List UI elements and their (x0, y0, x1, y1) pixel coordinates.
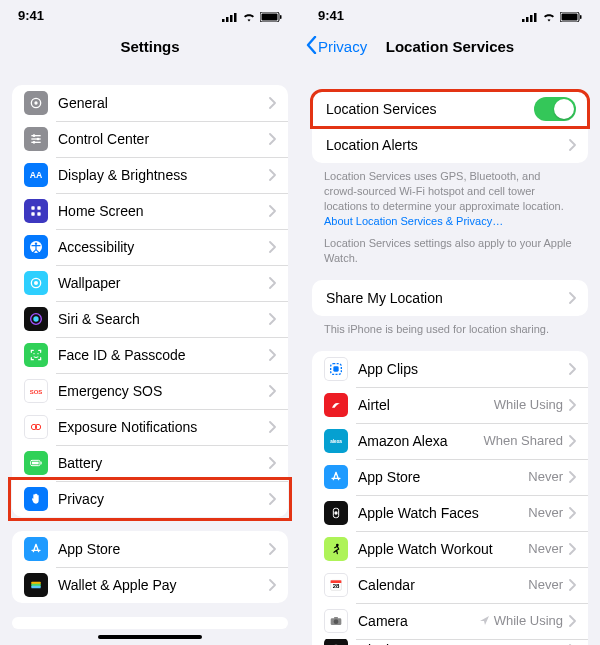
chevron-right-icon (269, 277, 276, 289)
location-services-toggle-row[interactable]: Location Services (312, 91, 588, 127)
app-row-calendar[interactable]: 28 Calendar Never (312, 567, 588, 603)
settings-row-home-screen[interactable]: Home Screen (12, 193, 288, 229)
row-label: App Store (358, 469, 528, 485)
app-row-apple-watch-faces[interactable]: Apple Watch Faces Never (312, 495, 588, 531)
app-row-apple-watch-workout[interactable]: Apple Watch Workout Never (312, 531, 588, 567)
svg-text:AA: AA (30, 170, 43, 180)
svg-rect-45 (333, 366, 338, 371)
svg-point-12 (33, 134, 36, 137)
svg-text:alexa: alexa (330, 439, 342, 444)
camera-icon (324, 609, 348, 633)
svg-rect-40 (534, 13, 537, 22)
svg-point-13 (37, 138, 40, 141)
row-label: Siri & Search (58, 311, 269, 327)
settings-group-partial (12, 617, 288, 629)
row-label: Battery (58, 455, 269, 471)
chevron-right-icon (569, 399, 576, 411)
battery-icon (560, 8, 582, 23)
chevron-right-icon (269, 493, 276, 505)
status-right (522, 8, 582, 23)
status-time: 9:41 (318, 8, 344, 23)
settings-row-emergency-sos[interactable]: SOS Emergency SOS (12, 373, 288, 409)
airtel-icon (324, 393, 348, 417)
settings-row-siri-search[interactable]: Siri & Search (12, 301, 288, 337)
svg-rect-37 (522, 19, 525, 22)
svg-rect-32 (32, 462, 39, 465)
display-icon: AA (24, 163, 48, 187)
settings-row-wallet-apple-pay[interactable]: Wallet & Apple Pay (12, 567, 288, 603)
location-services-toggle[interactable] (534, 97, 576, 121)
settings-row-exposure-notifications[interactable]: Exposure Notifications (12, 409, 288, 445)
location-content[interactable]: Location Services Location Alerts Locati… (300, 67, 600, 645)
settings-row-control-center[interactable]: Control Center (12, 121, 288, 157)
settings-row-privacy[interactable]: Privacy (12, 481, 288, 517)
svg-point-14 (33, 141, 36, 144)
location-alerts-group: Location Alerts (312, 127, 588, 163)
row-value: Never (528, 577, 563, 592)
row-label: Wallet & Apple Pay (58, 577, 269, 593)
app-row-amazon-alexa[interactable]: alexa Amazon Alexa When Shared (312, 423, 588, 459)
app-row-airtel[interactable]: Airtel While Using (312, 387, 588, 423)
row-label: Privacy (58, 491, 269, 507)
svg-point-54 (334, 619, 339, 624)
status-time: 9:41 (18, 8, 44, 23)
chevron-right-icon (569, 363, 576, 375)
settings-screen: 9:41 Settings General Control Center AA (0, 0, 300, 645)
status-bar: 9:41 (0, 0, 300, 27)
faceid-icon (24, 343, 48, 367)
chevron-right-icon (569, 615, 576, 627)
chevron-right-icon (269, 385, 276, 397)
share-note: This iPhone is being used for location s… (324, 322, 576, 337)
svg-rect-43 (580, 15, 582, 19)
chevron-right-icon (569, 139, 576, 151)
share-location-row[interactable]: Share My Location (312, 280, 588, 316)
back-button[interactable]: Privacy (306, 36, 367, 57)
chevron-right-icon (269, 543, 276, 555)
chevron-left-icon (306, 36, 317, 57)
location-services-screen: 9:41 Privacy Location Services Location … (300, 0, 600, 645)
location-note-1: Location Services uses GPS, Bluetooth, a… (324, 169, 576, 228)
row-label: Apple Watch Faces (358, 505, 528, 521)
settings-content[interactable]: General Control Center AA Display & Brig… (0, 67, 300, 645)
chevron-right-icon (569, 543, 576, 555)
row-label: Location Alerts (326, 137, 569, 153)
svg-rect-17 (37, 206, 40, 209)
app-row-app-clips[interactable]: App Clips (312, 351, 588, 387)
svg-rect-38 (526, 17, 529, 22)
siri-icon (24, 307, 48, 331)
svg-point-23 (34, 281, 38, 285)
row-label: Display & Brightness (58, 167, 269, 183)
app-row-clock[interactable]: Clock Never (312, 639, 588, 645)
settings-row-general[interactable]: General (12, 85, 288, 121)
svg-point-27 (37, 353, 38, 354)
settings-row-wallpaper[interactable]: Wallpaper (12, 265, 288, 301)
location-alerts-row[interactable]: Location Alerts (312, 127, 588, 163)
about-location-link[interactable]: About Location Services & Privacy… (324, 215, 503, 227)
row-value: When Shared (484, 433, 564, 448)
chevron-right-icon (569, 507, 576, 519)
settings-row-face-id-passcode[interactable]: Face ID & Passcode (12, 337, 288, 373)
chevron-right-icon (269, 97, 276, 109)
settings-row-accessibility[interactable]: Accessibility (12, 229, 288, 265)
svg-point-25 (33, 316, 38, 321)
row-label: Camera (358, 613, 479, 629)
sos-icon: SOS (24, 379, 48, 403)
svg-rect-51 (331, 580, 342, 583)
chevron-right-icon (569, 435, 576, 447)
chevron-right-icon (269, 579, 276, 591)
svg-rect-33 (41, 462, 42, 465)
watchfaces-icon (324, 501, 348, 525)
cellular-signal-icon (222, 8, 238, 23)
wallpaper-icon (24, 271, 48, 295)
status-bar: 9:41 (300, 0, 600, 27)
settings-row-display-brightness[interactable]: AA Display & Brightness (12, 157, 288, 193)
settings-row-app-store[interactable]: App Store (12, 531, 288, 567)
app-row-camera[interactable]: Camera While Using (312, 603, 588, 639)
page-title: Location Services (386, 38, 514, 55)
app-row-app-store[interactable]: App Store Never (312, 459, 588, 495)
settings-row-battery[interactable]: Battery (12, 445, 288, 481)
row-label: Exposure Notifications (58, 419, 269, 435)
svg-point-21 (35, 242, 37, 244)
home-indicator[interactable] (98, 635, 202, 639)
svg-point-26 (33, 353, 34, 354)
